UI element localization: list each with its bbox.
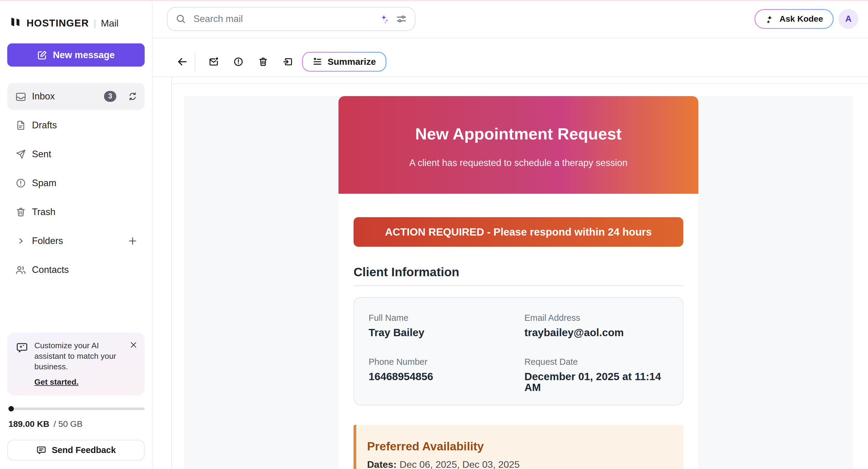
email-white-body: ACTION REQUIRED - Please respond within … [338, 194, 698, 469]
sidebar-item-label: Inbox [32, 91, 55, 102]
email-hero-subtitle: A client has requested to schedule a the… [338, 158, 698, 168]
toolbar-divider [195, 52, 195, 72]
ai-chat-bubble-icon [16, 342, 28, 387]
preferred-availability-box: Preferred Availability Dates:Dec 06, 202… [353, 425, 683, 469]
add-folder-icon[interactable] [128, 236, 137, 246]
sidebar-item-label: Sent [32, 149, 51, 160]
sidebar-item-drafts[interactable]: Drafts [7, 112, 145, 139]
client-information-title: Client Information [353, 266, 683, 278]
window-top-strip [0, 0, 868, 1]
dates-value: Dec 06, 2025, Dec 03, 2025 [400, 459, 520, 469]
search-filters-icon[interactable] [396, 13, 407, 24]
brand-name: HOSTINGER [27, 18, 89, 29]
sidebar-item-label: Spam [32, 178, 56, 189]
client-info-box: Full Name Tray Bailey Email Address tray… [353, 297, 683, 405]
sidebar-item-folders[interactable]: Folders [7, 227, 145, 255]
storage-total: 50 GB [58, 419, 83, 429]
move-to-folder-icon[interactable] [283, 57, 293, 67]
ai-card-get-started-link[interactable]: Get started. [34, 377, 79, 387]
email-pane-header-strip [172, 77, 868, 84]
sidebar-item-label: Trash [32, 207, 56, 217]
sidebar-item-contacts[interactable]: Contacts [7, 256, 145, 283]
field-full-name: Full Name Tray Bailey [369, 313, 524, 338]
email-body-background: New Appointment Request A client has req… [184, 96, 853, 469]
brand: HOSTINGER | Mail [10, 17, 152, 30]
field-value: traybailey@aol.com [524, 327, 668, 338]
ask-kodee-button[interactable]: Ask Kodee [754, 9, 834, 29]
hostinger-logo-icon [10, 17, 21, 30]
sidebar-nav: Inbox 3 Drafts Sent [0, 83, 152, 285]
storage-meter: 189.00 KB / 50 GB [8, 407, 145, 429]
storage-text: 189.00 KB / 50 GB [8, 419, 145, 429]
top-bar: Ask Kodee A [153, 0, 868, 38]
chevron-right-icon [15, 235, 27, 247]
inbox-unread-badge: 3 [104, 91, 116, 102]
inbox-icon [15, 91, 27, 102]
sidebar-item-trash[interactable]: Trash [7, 199, 145, 226]
compose-icon [37, 50, 47, 60]
new-message-button[interactable]: New message [7, 43, 145, 67]
hostinger-mail-app: HOSTINGER | Mail New message Inbox 3 [0, 0, 868, 469]
storage-separator: / [54, 419, 56, 429]
email-content: New Appointment Request A client has req… [338, 96, 698, 469]
message-toolbar: Summarize [153, 38, 868, 77]
brand-product: Mail [101, 18, 119, 29]
action-required-banner: ACTION REQUIRED - Please respond within … [353, 217, 683, 247]
send-feedback-button[interactable]: Send Feedback [7, 440, 145, 461]
ai-card-text: Customize your AI assistant to match you… [34, 340, 124, 372]
summarize-button[interactable]: Summarize [302, 52, 386, 72]
document-icon [15, 120, 27, 131]
sidebar-item-label: Folders [32, 236, 63, 246]
field-label: Full Name [369, 313, 524, 322]
email-hero-header: New Appointment Request A client has req… [338, 96, 698, 194]
storage-track [8, 407, 145, 410]
feedback-bubble-icon [36, 445, 46, 456]
paper-plane-icon [15, 148, 27, 160]
sidebar-item-label: Contacts [32, 265, 69, 275]
availability-title: Preferred Availability [367, 440, 671, 453]
alert-circle-icon [15, 177, 27, 189]
sidebar-item-sent[interactable]: Sent [7, 141, 145, 168]
field-email-address: Email Address traybailey@aol.com [524, 313, 668, 338]
dates-label: Dates: [367, 459, 397, 469]
refresh-icon[interactable] [128, 92, 137, 101]
sidebar-item-label: Drafts [32, 120, 57, 131]
contacts-icon [15, 264, 27, 276]
sidebar-item-spam[interactable]: Spam [7, 170, 145, 197]
report-spam-icon[interactable] [233, 57, 244, 67]
ai-sparkle-icon[interactable] [380, 14, 390, 24]
avatar[interactable]: A [838, 9, 858, 29]
mark-unread-icon[interactable] [209, 57, 219, 67]
close-icon[interactable] [130, 341, 137, 387]
email-pane: New Appointment Request A client has req… [171, 77, 868, 469]
email-hero-title: New Appointment Request [338, 124, 698, 143]
field-value: December 01, 2025 at 11:14 AM [524, 371, 668, 393]
field-phone-number: Phone Number 16468954856 [369, 357, 524, 393]
ai-assistant-card: Customize your AI assistant to match you… [7, 333, 145, 396]
delete-icon[interactable] [258, 57, 268, 67]
summarize-icon [313, 57, 322, 67]
storage-usage-dot [8, 406, 14, 411]
brand-separator: | [94, 18, 96, 28]
field-label: Email Address [524, 313, 668, 322]
trash-icon [15, 206, 27, 218]
sidebar-item-inbox[interactable]: Inbox 3 [7, 83, 145, 110]
storage-used: 189.00 KB [8, 419, 50, 429]
main-area: Ask Kodee A [153, 0, 868, 469]
search-icon [176, 13, 186, 24]
sidebar: HOSTINGER | Mail New message Inbox 3 [0, 0, 153, 469]
search-input[interactable] [192, 13, 374, 25]
kodee-icon [765, 14, 775, 24]
field-request-date: Request Date December 01, 2025 at 11:14 … [524, 357, 668, 393]
field-value: 16468954856 [369, 371, 524, 382]
field-label: Request Date [524, 357, 668, 366]
field-value: Tray Bailey [369, 327, 524, 338]
back-icon[interactable] [177, 56, 188, 67]
section-divider [353, 285, 683, 286]
field-label: Phone Number [369, 357, 524, 366]
search-bar[interactable] [167, 7, 415, 31]
availability-dates-row: Dates:Dec 06, 2025, Dec 03, 2025 [367, 460, 671, 469]
